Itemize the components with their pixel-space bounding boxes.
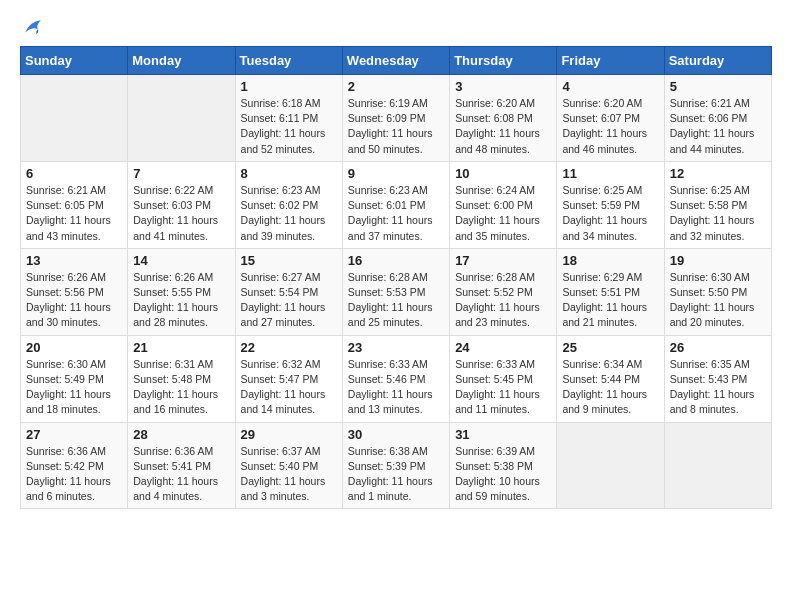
- day-info: Sunrise: 6:21 AMSunset: 6:06 PMDaylight:…: [670, 96, 766, 157]
- day-info: Sunrise: 6:24 AMSunset: 6:00 PMDaylight:…: [455, 183, 551, 244]
- day-number: 3: [455, 79, 551, 94]
- day-number: 6: [26, 166, 122, 181]
- day-cell: 15Sunrise: 6:27 AMSunset: 5:54 PMDayligh…: [235, 248, 342, 335]
- day-cell: 2Sunrise: 6:19 AMSunset: 6:09 PMDaylight…: [342, 75, 449, 162]
- day-info: Sunrise: 6:23 AMSunset: 6:02 PMDaylight:…: [241, 183, 337, 244]
- day-number: 1: [241, 79, 337, 94]
- day-cell: 21Sunrise: 6:31 AMSunset: 5:48 PMDayligh…: [128, 335, 235, 422]
- day-number: 20: [26, 340, 122, 355]
- day-info: Sunrise: 6:21 AMSunset: 6:05 PMDaylight:…: [26, 183, 122, 244]
- day-cell: [21, 75, 128, 162]
- day-cell: 31Sunrise: 6:39 AMSunset: 5:38 PMDayligh…: [450, 422, 557, 509]
- calendar-table: SundayMondayTuesdayWednesdayThursdayFrid…: [20, 46, 772, 509]
- day-info: Sunrise: 6:37 AMSunset: 5:40 PMDaylight:…: [241, 444, 337, 505]
- day-info: Sunrise: 6:22 AMSunset: 6:03 PMDaylight:…: [133, 183, 229, 244]
- day-number: 13: [26, 253, 122, 268]
- day-number: 15: [241, 253, 337, 268]
- day-cell: 22Sunrise: 6:32 AMSunset: 5:47 PMDayligh…: [235, 335, 342, 422]
- day-info: Sunrise: 6:20 AMSunset: 6:08 PMDaylight:…: [455, 96, 551, 157]
- day-cell: 19Sunrise: 6:30 AMSunset: 5:50 PMDayligh…: [664, 248, 771, 335]
- day-cell: 26Sunrise: 6:35 AMSunset: 5:43 PMDayligh…: [664, 335, 771, 422]
- week-row-1: 1Sunrise: 6:18 AMSunset: 6:11 PMDaylight…: [21, 75, 772, 162]
- day-cell: 1Sunrise: 6:18 AMSunset: 6:11 PMDaylight…: [235, 75, 342, 162]
- day-number: 16: [348, 253, 444, 268]
- day-number: 9: [348, 166, 444, 181]
- day-info: Sunrise: 6:18 AMSunset: 6:11 PMDaylight:…: [241, 96, 337, 157]
- day-number: 4: [562, 79, 658, 94]
- day-info: Sunrise: 6:26 AMSunset: 5:55 PMDaylight:…: [133, 270, 229, 331]
- day-cell: 13Sunrise: 6:26 AMSunset: 5:56 PMDayligh…: [21, 248, 128, 335]
- day-info: Sunrise: 6:30 AMSunset: 5:49 PMDaylight:…: [26, 357, 122, 418]
- day-cell: 10Sunrise: 6:24 AMSunset: 6:00 PMDayligh…: [450, 161, 557, 248]
- day-cell: 23Sunrise: 6:33 AMSunset: 5:46 PMDayligh…: [342, 335, 449, 422]
- weekday-header-tuesday: Tuesday: [235, 47, 342, 75]
- day-cell: [128, 75, 235, 162]
- day-cell: 9Sunrise: 6:23 AMSunset: 6:01 PMDaylight…: [342, 161, 449, 248]
- day-cell: 8Sunrise: 6:23 AMSunset: 6:02 PMDaylight…: [235, 161, 342, 248]
- day-number: 23: [348, 340, 444, 355]
- day-info: Sunrise: 6:26 AMSunset: 5:56 PMDaylight:…: [26, 270, 122, 331]
- week-row-5: 27Sunrise: 6:36 AMSunset: 5:42 PMDayligh…: [21, 422, 772, 509]
- day-cell: 24Sunrise: 6:33 AMSunset: 5:45 PMDayligh…: [450, 335, 557, 422]
- day-number: 18: [562, 253, 658, 268]
- logo-icon: [22, 16, 44, 38]
- day-cell: 30Sunrise: 6:38 AMSunset: 5:39 PMDayligh…: [342, 422, 449, 509]
- day-number: 10: [455, 166, 551, 181]
- day-number: 31: [455, 427, 551, 442]
- day-cell: 25Sunrise: 6:34 AMSunset: 5:44 PMDayligh…: [557, 335, 664, 422]
- logo: [20, 16, 44, 36]
- day-cell: 7Sunrise: 6:22 AMSunset: 6:03 PMDaylight…: [128, 161, 235, 248]
- day-cell: [664, 422, 771, 509]
- week-row-4: 20Sunrise: 6:30 AMSunset: 5:49 PMDayligh…: [21, 335, 772, 422]
- day-number: 24: [455, 340, 551, 355]
- weekday-header-sunday: Sunday: [21, 47, 128, 75]
- day-info: Sunrise: 6:23 AMSunset: 6:01 PMDaylight:…: [348, 183, 444, 244]
- day-cell: 14Sunrise: 6:26 AMSunset: 5:55 PMDayligh…: [128, 248, 235, 335]
- day-number: 5: [670, 79, 766, 94]
- day-number: 8: [241, 166, 337, 181]
- day-info: Sunrise: 6:28 AMSunset: 5:53 PMDaylight:…: [348, 270, 444, 331]
- day-info: Sunrise: 6:29 AMSunset: 5:51 PMDaylight:…: [562, 270, 658, 331]
- day-cell: 27Sunrise: 6:36 AMSunset: 5:42 PMDayligh…: [21, 422, 128, 509]
- day-cell: 5Sunrise: 6:21 AMSunset: 6:06 PMDaylight…: [664, 75, 771, 162]
- day-cell: 17Sunrise: 6:28 AMSunset: 5:52 PMDayligh…: [450, 248, 557, 335]
- day-number: 12: [670, 166, 766, 181]
- day-info: Sunrise: 6:32 AMSunset: 5:47 PMDaylight:…: [241, 357, 337, 418]
- day-info: Sunrise: 6:35 AMSunset: 5:43 PMDaylight:…: [670, 357, 766, 418]
- day-info: Sunrise: 6:28 AMSunset: 5:52 PMDaylight:…: [455, 270, 551, 331]
- week-row-2: 6Sunrise: 6:21 AMSunset: 6:05 PMDaylight…: [21, 161, 772, 248]
- day-cell: 3Sunrise: 6:20 AMSunset: 6:08 PMDaylight…: [450, 75, 557, 162]
- day-number: 28: [133, 427, 229, 442]
- day-cell: 20Sunrise: 6:30 AMSunset: 5:49 PMDayligh…: [21, 335, 128, 422]
- day-cell: 12Sunrise: 6:25 AMSunset: 5:58 PMDayligh…: [664, 161, 771, 248]
- day-info: Sunrise: 6:25 AMSunset: 5:59 PMDaylight:…: [562, 183, 658, 244]
- weekday-header-row: SundayMondayTuesdayWednesdayThursdayFrid…: [21, 47, 772, 75]
- day-number: 11: [562, 166, 658, 181]
- day-info: Sunrise: 6:30 AMSunset: 5:50 PMDaylight:…: [670, 270, 766, 331]
- day-info: Sunrise: 6:36 AMSunset: 5:41 PMDaylight:…: [133, 444, 229, 505]
- day-number: 21: [133, 340, 229, 355]
- day-cell: 4Sunrise: 6:20 AMSunset: 6:07 PMDaylight…: [557, 75, 664, 162]
- day-info: Sunrise: 6:38 AMSunset: 5:39 PMDaylight:…: [348, 444, 444, 505]
- weekday-header-thursday: Thursday: [450, 47, 557, 75]
- day-number: 17: [455, 253, 551, 268]
- day-cell: 11Sunrise: 6:25 AMSunset: 5:59 PMDayligh…: [557, 161, 664, 248]
- day-number: 7: [133, 166, 229, 181]
- day-number: 27: [26, 427, 122, 442]
- weekday-header-wednesday: Wednesday: [342, 47, 449, 75]
- day-number: 22: [241, 340, 337, 355]
- day-number: 29: [241, 427, 337, 442]
- day-cell: 6Sunrise: 6:21 AMSunset: 6:05 PMDaylight…: [21, 161, 128, 248]
- day-cell: 18Sunrise: 6:29 AMSunset: 5:51 PMDayligh…: [557, 248, 664, 335]
- day-number: 14: [133, 253, 229, 268]
- day-info: Sunrise: 6:25 AMSunset: 5:58 PMDaylight:…: [670, 183, 766, 244]
- main-container: SundayMondayTuesdayWednesdayThursdayFrid…: [0, 0, 792, 519]
- day-info: Sunrise: 6:20 AMSunset: 6:07 PMDaylight:…: [562, 96, 658, 157]
- weekday-header-monday: Monday: [128, 47, 235, 75]
- day-info: Sunrise: 6:33 AMSunset: 5:45 PMDaylight:…: [455, 357, 551, 418]
- day-number: 2: [348, 79, 444, 94]
- header: [20, 16, 772, 36]
- day-info: Sunrise: 6:33 AMSunset: 5:46 PMDaylight:…: [348, 357, 444, 418]
- weekday-header-friday: Friday: [557, 47, 664, 75]
- day-cell: 16Sunrise: 6:28 AMSunset: 5:53 PMDayligh…: [342, 248, 449, 335]
